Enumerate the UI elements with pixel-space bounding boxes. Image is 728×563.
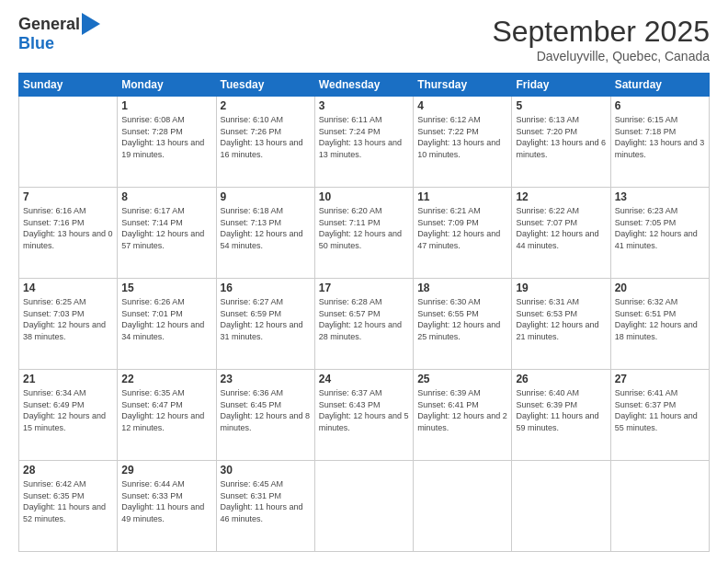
day-number: 6 (615, 99, 705, 112)
logo-blue: Blue (18, 35, 100, 53)
logo-text: General Blue (18, 15, 100, 53)
day-number: 19 (516, 282, 606, 294)
calendar-cell (19, 97, 118, 188)
col-friday: Friday (512, 74, 610, 97)
calendar-week-row: 1Sunrise: 6:08 AMSunset: 7:28 PMDaylight… (19, 97, 710, 188)
day-number: 9 (221, 190, 311, 203)
day-number: 14 (23, 282, 113, 294)
header: General Blue September 2025 Daveluyville… (18, 15, 710, 63)
col-monday: Monday (118, 74, 216, 97)
day-number: 11 (417, 190, 507, 203)
day-number: 20 (615, 282, 705, 294)
calendar-cell (610, 461, 709, 552)
day-info: Sunrise: 6:10 AMSunset: 7:26 PMDaylight:… (221, 114, 311, 160)
calendar-cell: 21Sunrise: 6:34 AMSunset: 6:49 PMDayligh… (19, 370, 118, 461)
calendar-cell (314, 461, 413, 552)
day-info: Sunrise: 6:18 AMSunset: 7:13 PMDaylight:… (221, 205, 311, 251)
calendar-body: 1Sunrise: 6:08 AMSunset: 7:28 PMDaylight… (19, 97, 710, 552)
calendar-cell (414, 461, 512, 552)
day-info: Sunrise: 6:42 AMSunset: 6:35 PMDaylight:… (23, 478, 113, 524)
day-number: 15 (121, 282, 211, 294)
col-saturday: Saturday (610, 74, 709, 97)
day-info: Sunrise: 6:17 AMSunset: 7:14 PMDaylight:… (121, 205, 211, 251)
calendar-table: Sunday Monday Tuesday Wednesday Thursday… (18, 73, 710, 552)
day-number: 12 (516, 190, 606, 203)
calendar-cell: 18Sunrise: 6:30 AMSunset: 6:55 PMDayligh… (414, 279, 512, 370)
day-info: Sunrise: 6:44 AMSunset: 6:33 PMDaylight:… (121, 478, 211, 524)
day-number: 5 (516, 99, 606, 112)
calendar-cell: 19Sunrise: 6:31 AMSunset: 6:53 PMDayligh… (512, 279, 610, 370)
day-number: 16 (221, 282, 311, 294)
day-info: Sunrise: 6:32 AMSunset: 6:51 PMDaylight:… (615, 296, 705, 342)
day-info: Sunrise: 6:36 AMSunset: 6:45 PMDaylight:… (221, 387, 311, 433)
day-number: 18 (417, 282, 507, 294)
day-info: Sunrise: 6:15 AMSunset: 7:18 PMDaylight:… (615, 114, 705, 160)
day-number: 13 (615, 190, 705, 203)
calendar-cell: 8Sunrise: 6:17 AMSunset: 7:14 PMDaylight… (118, 188, 216, 279)
day-number: 28 (23, 464, 113, 477)
day-number: 27 (615, 373, 705, 385)
day-number: 23 (221, 373, 311, 385)
calendar-cell: 30Sunrise: 6:45 AMSunset: 6:31 PMDayligh… (216, 461, 314, 552)
calendar-cell: 17Sunrise: 6:28 AMSunset: 6:57 PMDayligh… (314, 279, 413, 370)
day-number: 24 (319, 373, 409, 385)
day-number: 22 (121, 373, 211, 385)
day-info: Sunrise: 6:37 AMSunset: 6:43 PMDaylight:… (319, 387, 409, 433)
day-info: Sunrise: 6:25 AMSunset: 7:03 PMDaylight:… (23, 296, 113, 342)
title-month: September 2025 (492, 15, 710, 49)
calendar-cell: 26Sunrise: 6:40 AMSunset: 6:39 PMDayligh… (512, 370, 610, 461)
day-info: Sunrise: 6:12 AMSunset: 7:22 PMDaylight:… (417, 114, 507, 160)
calendar-cell: 1Sunrise: 6:08 AMSunset: 7:28 PMDaylight… (118, 97, 216, 188)
calendar-cell: 28Sunrise: 6:42 AMSunset: 6:35 PMDayligh… (19, 461, 118, 552)
day-number: 25 (417, 373, 507, 385)
day-info: Sunrise: 6:08 AMSunset: 7:28 PMDaylight:… (121, 114, 211, 160)
day-info: Sunrise: 6:11 AMSunset: 7:24 PMDaylight:… (319, 114, 409, 160)
day-info: Sunrise: 6:16 AMSunset: 7:16 PMDaylight:… (23, 205, 113, 251)
calendar-week-row: 21Sunrise: 6:34 AMSunset: 6:49 PMDayligh… (19, 370, 710, 461)
calendar-cell: 27Sunrise: 6:41 AMSunset: 6:37 PMDayligh… (610, 370, 709, 461)
svg-marker-0 (82, 13, 100, 35)
day-number: 21 (23, 373, 113, 385)
calendar-cell (512, 461, 610, 552)
calendar-week-row: 7Sunrise: 6:16 AMSunset: 7:16 PMDaylight… (19, 188, 710, 279)
calendar-cell: 25Sunrise: 6:39 AMSunset: 6:41 PMDayligh… (414, 370, 512, 461)
calendar-week-row: 28Sunrise: 6:42 AMSunset: 6:35 PMDayligh… (19, 461, 710, 552)
col-wednesday: Wednesday (314, 74, 413, 97)
day-info: Sunrise: 6:30 AMSunset: 6:55 PMDaylight:… (417, 296, 507, 342)
calendar-cell: 7Sunrise: 6:16 AMSunset: 7:16 PMDaylight… (19, 188, 118, 279)
logo-general: General (18, 16, 80, 34)
day-info: Sunrise: 6:22 AMSunset: 7:07 PMDaylight:… (516, 205, 606, 251)
calendar-cell: 12Sunrise: 6:22 AMSunset: 7:07 PMDayligh… (512, 188, 610, 279)
day-number: 7 (23, 190, 113, 203)
day-info: Sunrise: 6:45 AMSunset: 6:31 PMDaylight:… (221, 478, 311, 524)
calendar-cell: 13Sunrise: 6:23 AMSunset: 7:05 PMDayligh… (610, 188, 709, 279)
calendar-cell: 22Sunrise: 6:35 AMSunset: 6:47 PMDayligh… (118, 370, 216, 461)
day-number: 4 (417, 99, 507, 112)
title-location: Daveluyville, Quebec, Canada (492, 49, 710, 63)
col-tuesday: Tuesday (216, 74, 314, 97)
logo-icon (82, 13, 100, 35)
day-info: Sunrise: 6:26 AMSunset: 7:01 PMDaylight:… (121, 296, 211, 342)
day-number: 17 (319, 282, 409, 294)
calendar-header-row: Sunday Monday Tuesday Wednesday Thursday… (19, 74, 710, 97)
day-info: Sunrise: 6:20 AMSunset: 7:11 PMDaylight:… (319, 205, 409, 251)
calendar-cell: 23Sunrise: 6:36 AMSunset: 6:45 PMDayligh… (216, 370, 314, 461)
calendar-cell: 29Sunrise: 6:44 AMSunset: 6:33 PMDayligh… (118, 461, 216, 552)
day-info: Sunrise: 6:35 AMSunset: 6:47 PMDaylight:… (121, 387, 211, 433)
day-number: 3 (319, 99, 409, 112)
calendar-cell: 14Sunrise: 6:25 AMSunset: 7:03 PMDayligh… (19, 279, 118, 370)
title-block: September 2025 Daveluyville, Quebec, Can… (492, 15, 710, 63)
day-info: Sunrise: 6:28 AMSunset: 6:57 PMDaylight:… (319, 296, 409, 342)
day-number: 8 (121, 190, 211, 203)
calendar-cell: 2Sunrise: 6:10 AMSunset: 7:26 PMDaylight… (216, 97, 314, 188)
day-info: Sunrise: 6:23 AMSunset: 7:05 PMDaylight:… (615, 205, 705, 251)
day-number: 2 (221, 99, 311, 112)
calendar-cell: 10Sunrise: 6:20 AMSunset: 7:11 PMDayligh… (314, 188, 413, 279)
calendar-cell: 24Sunrise: 6:37 AMSunset: 6:43 PMDayligh… (314, 370, 413, 461)
page: General Blue September 2025 Daveluyville… (0, 0, 728, 563)
day-info: Sunrise: 6:40 AMSunset: 6:39 PMDaylight:… (516, 387, 606, 433)
day-info: Sunrise: 6:39 AMSunset: 6:41 PMDaylight:… (417, 387, 507, 433)
day-number: 26 (516, 373, 606, 385)
calendar-cell: 9Sunrise: 6:18 AMSunset: 7:13 PMDaylight… (216, 188, 314, 279)
calendar-cell: 15Sunrise: 6:26 AMSunset: 7:01 PMDayligh… (118, 279, 216, 370)
